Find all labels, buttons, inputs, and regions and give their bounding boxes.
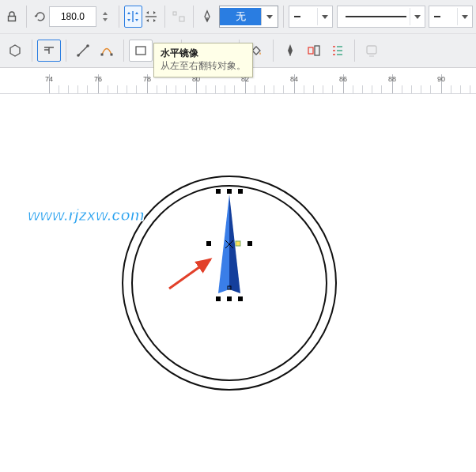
property-bar-1: 无 bbox=[0, 0, 476, 34]
bezier-node-icon[interactable] bbox=[95, 40, 119, 62]
tooltip-title: 水平镜像 bbox=[161, 47, 246, 59]
app-root: 无 bbox=[0, 0, 476, 472]
svg-rect-9 bbox=[308, 47, 313, 54]
hexagon-tool-icon[interactable] bbox=[3, 40, 27, 62]
tooltip: 水平镜像 从左至右翻转对象。 bbox=[153, 43, 253, 77]
rectangle-shape-icon[interactable] bbox=[129, 40, 153, 62]
mirror-horizontal-button[interactable] bbox=[124, 6, 142, 28]
ruler-label: 86 bbox=[339, 75, 347, 83]
svg-rect-10 bbox=[315, 46, 319, 55]
svg-rect-11 bbox=[367, 46, 376, 54]
line-style-start-dropdown[interactable] bbox=[289, 6, 333, 28]
text-tool-icon[interactable] bbox=[37, 40, 61, 62]
rotate-ccw-icon[interactable] bbox=[31, 6, 49, 28]
svg-point-2 bbox=[77, 54, 80, 57]
stepper-icon[interactable] bbox=[96, 6, 115, 28]
selected-object[interactable] bbox=[206, 189, 252, 301]
svg-rect-15 bbox=[227, 189, 232, 194]
svg-rect-21 bbox=[238, 296, 243, 301]
fill-swatch-label: 无 bbox=[220, 8, 261, 25]
lock-icon[interactable] bbox=[3, 6, 21, 28]
svg-rect-4 bbox=[101, 54, 104, 56]
ruler-label: 88 bbox=[388, 75, 396, 83]
svg-rect-25 bbox=[236, 241, 240, 246]
mirror-vertical-button[interactable] bbox=[142, 6, 161, 28]
presentation-icon bbox=[360, 40, 383, 62]
ruler-label: 76 bbox=[94, 75, 102, 83]
fill-none-dropdown[interactable]: 无 bbox=[219, 6, 278, 28]
align-panel-icon[interactable] bbox=[302, 40, 326, 62]
pen-outline-icon[interactable] bbox=[198, 6, 216, 28]
svg-point-3 bbox=[86, 44, 89, 47]
chevron-down-icon[interactable] bbox=[261, 8, 278, 25]
list-settings-icon[interactable] bbox=[326, 40, 349, 62]
ruler-label: 90 bbox=[437, 75, 445, 83]
ruler-label: 84 bbox=[290, 75, 298, 83]
svg-rect-1 bbox=[179, 17, 184, 21]
workspace: 747678808284868890 bbox=[0, 74, 476, 472]
svg-rect-17 bbox=[206, 241, 211, 246]
line-style-mid-dropdown[interactable] bbox=[337, 6, 425, 28]
line-segment-icon[interactable] bbox=[71, 40, 95, 62]
line-style-end-dropdown[interactable] bbox=[429, 6, 473, 28]
rotation-input[interactable] bbox=[49, 6, 96, 27]
calligraphy-pen-icon[interactable] bbox=[278, 40, 302, 62]
ruler-label: 74 bbox=[45, 75, 53, 83]
svg-rect-0 bbox=[173, 12, 176, 15]
svg-rect-6 bbox=[136, 47, 145, 55]
svg-rect-18 bbox=[247, 241, 252, 246]
svg-rect-5 bbox=[111, 54, 113, 56]
tooltip-body: 从左至右翻转对象。 bbox=[161, 59, 246, 72]
svg-rect-20 bbox=[227, 296, 232, 301]
distribute-icon bbox=[170, 6, 188, 28]
canvas[interactable] bbox=[0, 93, 476, 472]
svg-rect-19 bbox=[216, 296, 221, 301]
svg-rect-16 bbox=[238, 189, 243, 194]
ruler-label: 78 bbox=[143, 75, 151, 83]
svg-rect-14 bbox=[216, 189, 221, 194]
annotation-arrow bbox=[169, 259, 210, 289]
